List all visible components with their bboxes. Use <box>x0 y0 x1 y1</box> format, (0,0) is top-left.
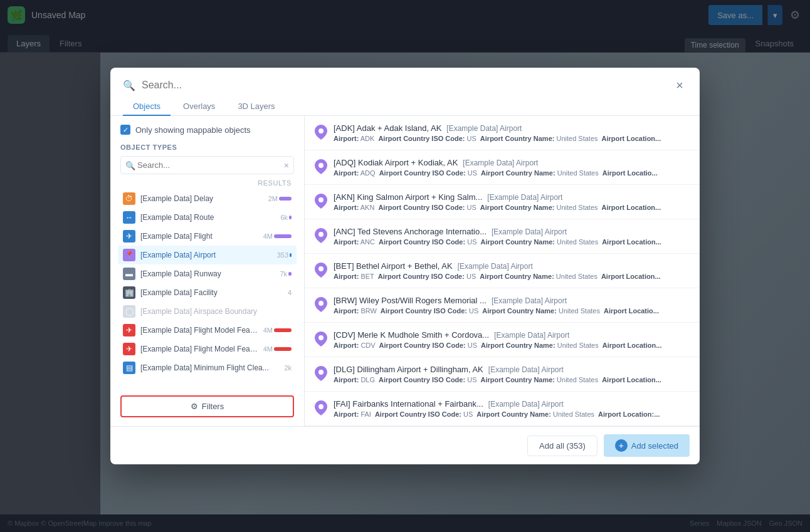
result-name-anc: [ANC] Ted Stevens Anchorage Internatio..… <box>334 227 487 236</box>
filters-button-wrap: ⚙ Filters <box>120 389 294 417</box>
count-bar-route <box>289 216 292 219</box>
svg-point-7 <box>318 370 323 375</box>
only-mappable-filter[interactable]: ✓ Only showing mappable objects <box>120 125 294 135</box>
result-content-brw: [BRW] Wiley Post/Will Rogers Memorial ..… <box>334 296 690 315</box>
result-pin-icon-cdv <box>315 331 327 347</box>
result-pin-icon-bet <box>315 263 327 278</box>
add-selected-plus-icon: + <box>615 439 628 452</box>
result-pin-icon-brw <box>315 297 327 312</box>
object-type-count-runway: 7k <box>280 270 292 278</box>
object-type-icon-delay: ⏱ <box>123 192 135 205</box>
count-bar-runway <box>288 272 292 276</box>
object-type-item-delay[interactable]: ⏱ [Example Data] Delay 2M <box>118 189 297 208</box>
object-type-name-min-flight: [Example Data] Minimum Flight Clea... <box>140 363 279 372</box>
sidebar-search-icon: 🔍 <box>125 160 135 170</box>
modal-tab-bar: Objects Overlays 3D Layers <box>110 93 700 116</box>
object-type-name-airspace: [Example Data] Airspace Boundary <box>140 307 292 316</box>
svg-point-8 <box>318 404 323 409</box>
sidebar-search-clear-button[interactable]: × <box>284 160 289 170</box>
object-type-name-airport: [Example Data] Airport <box>140 251 272 259</box>
object-type-name-facility: [Example Data] Facility <box>140 288 283 297</box>
count-bar-airport <box>290 253 292 257</box>
result-title-row-dlg: [DLG] Dillingham Airport + Dillingham, A… <box>334 365 690 374</box>
count-bar-flight <box>274 234 292 238</box>
result-item-brw[interactable]: [BRW] Wiley Post/Will Rogers Memorial ..… <box>305 288 700 323</box>
object-type-item-runway[interactable]: ▬ [Example Data] Runway 7k <box>118 264 297 283</box>
result-attrs-brw: Airport: BRW Airport Country ISO Code: U… <box>334 307 690 315</box>
result-tag-adq: [Example Data] Airport <box>463 159 538 167</box>
result-name-adq: [ADQ] Kodiak Airport + Kodiak, AK <box>334 158 458 167</box>
result-title-row-anc: [ANC] Ted Stevens Anchorage Internatio..… <box>334 227 690 236</box>
result-item-anc[interactable]: [ANC] Ted Stevens Anchorage Internatio..… <box>305 219 700 254</box>
result-title-row-brw: [BRW] Wiley Post/Will Rogers Memorial ..… <box>334 296 690 305</box>
object-type-icon-airspace: ◯ <box>123 305 135 318</box>
result-item-dlg[interactable]: [DLG] Dillingham Airport + Dillingham, A… <box>305 357 700 392</box>
result-title-row-bet: [BET] Bethel Airport + Bethel, AK [Examp… <box>334 261 690 271</box>
modal-tab-3d-layers[interactable]: 3D Layers <box>228 98 285 116</box>
only-mappable-label: Only showing mappable objects <box>135 125 251 135</box>
object-type-item-route[interactable]: ↔ [Example Data] Route 6k <box>118 208 297 227</box>
search-modal: 🔍 × Objects Overlays 3D Layers ✓ Only sh… <box>110 68 700 464</box>
svg-point-1 <box>318 163 323 168</box>
object-type-search-input[interactable] <box>120 156 294 174</box>
modal-tab-overlays[interactable]: Overlays <box>173 98 225 116</box>
object-type-icon-flight-model-2: ✈ <box>123 343 135 355</box>
modal-search-input[interactable] <box>142 80 666 91</box>
result-name-fai: [FAI] Fairbanks International + Fairbank… <box>334 399 483 409</box>
modal-footer: Add all (353) + Add selected <box>110 426 700 464</box>
add-all-button[interactable]: Add all (353) <box>527 436 597 456</box>
result-tag-adk: [Example Data] Airport <box>446 124 522 133</box>
object-type-item-flight-model-1[interactable]: ✈ [Example Data] Flight Model Features 4… <box>118 321 297 340</box>
result-item-fai[interactable]: [FAI] Fairbanks International + Fairbank… <box>305 392 700 426</box>
only-mappable-checkbox[interactable]: ✓ <box>120 125 130 135</box>
result-pin-icon-adq <box>315 159 327 174</box>
result-item-bet[interactable]: [BET] Bethel Airport + Bethel, AK [Examp… <box>305 254 700 288</box>
add-selected-label: Add selected <box>631 441 678 451</box>
object-type-count-flight: 4M <box>263 232 292 240</box>
count-bar-flight-model-1 <box>274 328 292 332</box>
filters-button[interactable]: ⚙ Filters <box>120 395 294 417</box>
result-tag-fai: [Example Data] Airport <box>488 400 564 409</box>
object-type-count-flight-model-2: 4M <box>263 345 292 353</box>
object-type-count-delay: 2M <box>268 195 292 202</box>
modal-search-icon: 🔍 <box>123 80 135 91</box>
result-pin-icon-fai <box>315 400 327 415</box>
result-name-adk: [ADK] Adak + Adak Island, AK <box>334 123 441 133</box>
result-content-cdv: [CDV] Merle K Mudhole Smith + Cordova...… <box>334 330 690 349</box>
object-type-item-facility[interactable]: 🏢 [Example Data] Facility 4 <box>118 283 297 302</box>
object-type-count-facility: 4 <box>288 289 292 296</box>
object-type-count-min-flight: 2k <box>284 364 292 372</box>
svg-point-6 <box>318 335 323 340</box>
object-type-icon-airport: 📍 <box>123 249 135 261</box>
modal-close-button[interactable]: × <box>672 78 687 93</box>
result-item-cdv[interactable]: [CDV] Merle K Mudhole Smith + Cordova...… <box>305 323 700 357</box>
result-content-akn: [AKN] King Salmon Airport + King Salm...… <box>334 192 690 211</box>
svg-point-3 <box>318 232 323 237</box>
result-item-adq[interactable]: [ADQ] Kodiak Airport + Kodiak, AK [Examp… <box>305 150 700 185</box>
result-content-bet: [BET] Bethel Airport + Bethel, AK [Examp… <box>334 261 690 280</box>
object-type-item-flight[interactable]: ✈ [Example Data] Flight 4M <box>118 227 297 246</box>
modal-tab-objects[interactable]: Objects <box>123 98 171 116</box>
result-attrs-dlg: Airport: DLG Airport Country ISO Code: U… <box>334 376 690 383</box>
object-type-name-delay: [Example Data] Delay <box>140 194 263 203</box>
result-attrs-cdv: Airport: CDV Airport Country ISO Code: U… <box>334 342 690 349</box>
modal-results-panel: [ADK] Adak + Adak Island, AK [Example Da… <box>305 116 700 426</box>
results-header: RESULTS <box>120 179 294 187</box>
object-type-item-flight-model-2[interactable]: ✈ [Example Data] Flight Model Features 4… <box>118 340 297 358</box>
add-selected-button[interactable]: + Add selected <box>604 434 690 457</box>
result-attrs-bet: Airport: BET Airport Country ISO Code: U… <box>334 273 690 280</box>
result-tag-bet: [Example Data] Airport <box>458 262 533 271</box>
svg-point-0 <box>318 128 323 133</box>
object-type-item-airport[interactable]: 📍 [Example Data] Airport 353 <box>118 246 297 264</box>
result-item-akn[interactable]: [AKN] King Salmon Airport + King Salm...… <box>305 185 700 219</box>
svg-point-4 <box>318 266 323 271</box>
object-type-name-runway: [Example Data] Runway <box>140 269 275 278</box>
svg-point-2 <box>318 197 323 202</box>
object-type-item-min-flight[interactable]: ▤ [Example Data] Minimum Flight Clea... … <box>118 358 297 377</box>
result-title-row-akn: [AKN] King Salmon Airport + King Salm...… <box>334 192 690 202</box>
filters-label: Filters <box>202 402 224 411</box>
result-attrs-akn: Airport: AKN Airport Country ISO Code: U… <box>334 204 690 211</box>
modal-sidebar: ✓ Only showing mappable objects OBJECT T… <box>110 116 305 426</box>
result-title-row-fai: [FAI] Fairbanks International + Fairbank… <box>334 399 690 409</box>
result-item-adk[interactable]: [ADK] Adak + Adak Island, AK [Example Da… <box>305 116 700 150</box>
